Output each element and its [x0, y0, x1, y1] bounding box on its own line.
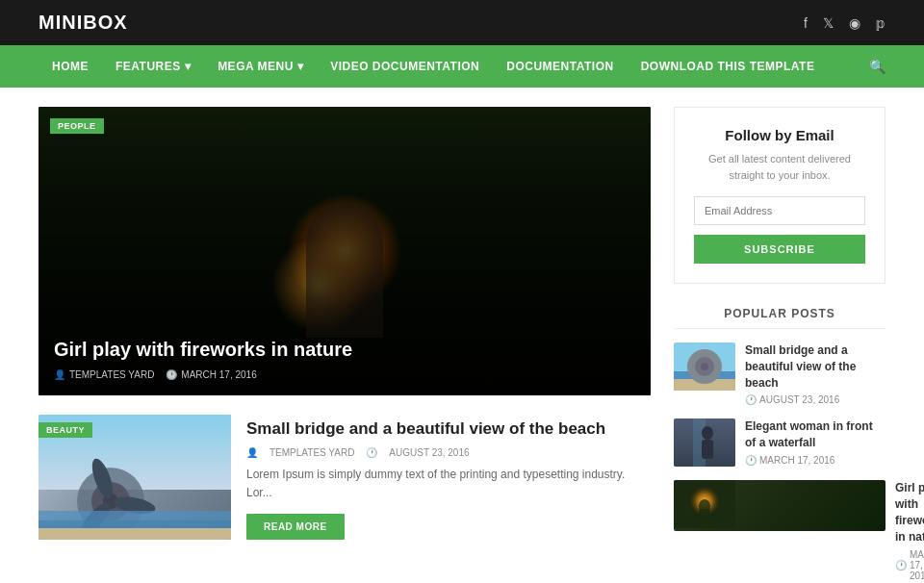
featured-meta: 👤 TEMPLATES YARD 🕐 MARCH 17, 2016 — [54, 369, 635, 380]
nav-docs[interactable]: DOCUMENTATION — [493, 46, 627, 87]
logo: MINIBOX — [38, 12, 128, 34]
category-badge: PEOPLE — [50, 118, 104, 134]
small-post: BEAUTY Small bridge and a beautiful view… — [38, 415, 651, 540]
main-container: PEOPLE Girl play with fireworks in natur… — [0, 88, 924, 583]
clock-icon-popular-3: 🕐 — [895, 560, 907, 570]
popular-posts-section: POPULAR POSTS Small bridge and a beautif… — [674, 307, 886, 581]
popular-item-3: Girl play with fireworks in nature 🕐 MAR… — [674, 480, 886, 580]
beach-thumbnail — [674, 342, 735, 391]
small-post-image: BEAUTY — [38, 415, 231, 540]
small-post-content: Small bridge and a beautiful view of the… — [246, 415, 651, 540]
pinterest-icon[interactable]: 𝕡 — [876, 15, 886, 31]
social-icons: f 𝕏 ◉ 𝕡 — [804, 15, 886, 31]
featured-image: PEOPLE Girl play with fireworks in natur… — [38, 107, 651, 395]
popular-item-3-date: 🕐 MARCH 17, 2016 — [895, 549, 924, 581]
small-post-category: BEAUTY — [38, 422, 92, 438]
clock-icon-popular: 🕐 — [745, 394, 757, 405]
nav: HOME FEATURES ▾ MEGA MENU ▾ VIDEO DOCUME… — [0, 45, 924, 88]
clock-icon: 🕐 — [166, 369, 177, 380]
featured-post: PEOPLE Girl play with fireworks in natur… — [38, 107, 651, 395]
fire-thumbnail — [674, 480, 735, 528]
popular-item-2-content: Elegant woman in front of a waterfall 🕐 … — [745, 418, 886, 466]
popular-item-2: Elegant woman in front of a waterfall 🕐 … — [674, 418, 886, 467]
twitter-icon[interactable]: 𝕏 — [823, 15, 834, 31]
read-more-button[interactable]: READ MORE — [246, 514, 345, 540]
follow-description: Get all latest content delivered straigh… — [694, 151, 865, 183]
nav-features[interactable]: FEATURES ▾ — [102, 46, 204, 87]
follow-title: Follow by Email — [694, 127, 865, 143]
featured-date: 🕐 MARCH 17, 2016 — [166, 369, 256, 380]
clock-icon-popular-2: 🕐 — [745, 455, 757, 466]
svg-rect-20 — [702, 440, 713, 459]
person-icon-small: 👤 — [246, 447, 258, 458]
featured-caption: Girl play with fireworks in nature 👤 TEM… — [38, 321, 651, 395]
content-area: PEOPLE Girl play with fireworks in natur… — [38, 107, 651, 583]
popular-img-fire — [674, 480, 886, 531]
svg-rect-17 — [693, 418, 701, 467]
small-post-title: Small bridge and a beautiful view of the… — [246, 418, 651, 440]
nav-home[interactable]: HOME — [38, 46, 102, 87]
svg-point-14 — [701, 363, 708, 370]
sidebar: Follow by Email Get all latest content d… — [674, 107, 886, 583]
popular-img-woman — [674, 418, 735, 467]
email-input[interactable] — [694, 196, 865, 225]
person-icon: 👤 — [54, 369, 65, 380]
popular-img-beach — [674, 342, 735, 391]
search-icon[interactable]: 🔍 — [869, 45, 886, 88]
header: MINIBOX f 𝕏 ◉ 𝕡 — [0, 0, 924, 45]
follow-by-email-section: Follow by Email Get all latest content d… — [674, 107, 886, 284]
svg-point-19 — [702, 426, 713, 440]
popular-item-1-content: Small bridge and a beautiful view of the… — [745, 342, 886, 405]
svg-rect-8 — [38, 528, 231, 540]
subscribe-button[interactable]: SUBSCRIBE — [694, 235, 865, 264]
clock-icon-small: 🕐 — [366, 447, 377, 458]
nav-mega-menu[interactable]: MEGA MENU ▾ — [204, 46, 317, 87]
popular-item-3-content: Girl play with fireworks in nature 🕐 MAR… — [895, 480, 924, 580]
nav-download[interactable]: DOWNLOAD THIS TEMPLATE — [628, 46, 829, 87]
instagram-icon[interactable]: ◉ — [849, 15, 860, 31]
popular-item-2-title: Elegant woman in front of a waterfall — [745, 418, 886, 451]
svg-point-24 — [699, 499, 710, 513]
popular-item-3-title: Girl play with fireworks in nature — [895, 480, 924, 545]
featured-title: Girl play with fireworks in nature — [54, 337, 635, 362]
woman-thumbnail — [674, 418, 735, 467]
popular-posts-title: POPULAR POSTS — [674, 307, 886, 329]
popular-item-1-date: 🕐 AUGUST 23, 2016 — [745, 394, 886, 405]
nav-video-docs[interactable]: VIDEO DOCUMENTATION — [317, 46, 493, 87]
popular-item-2-date: 🕐 MARCH 17, 2016 — [745, 455, 886, 466]
facebook-icon[interactable]: f — [804, 15, 808, 31]
small-post-excerpt: Lorem Ipsum is simply dummy text of the … — [246, 466, 651, 502]
popular-item-1: Small bridge and a beautiful view of the… — [674, 342, 886, 405]
popular-item-1-title: Small bridge and a beautiful view of the… — [745, 342, 886, 391]
featured-author: 👤 TEMPLATES YARD — [54, 369, 154, 380]
small-post-meta: 👤 TEMPLATES YARD 🕐 AUGUST 23, 2016 — [246, 447, 651, 458]
